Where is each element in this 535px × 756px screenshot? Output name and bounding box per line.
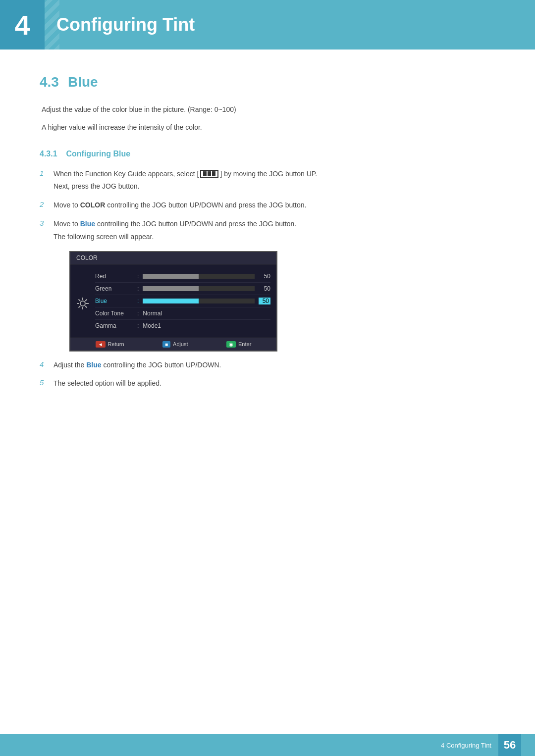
step-4: 4 Adjust the Blue controlling the JOG bu… — [40, 359, 495, 371]
chapter-title: Configuring Tint — [56, 14, 195, 35]
enter-label: Enter — [238, 341, 251, 347]
step-1: 1 When the Function Key Guide appears, s… — [40, 168, 495, 193]
monitor-body: Red : 50 Green : 50 — [70, 264, 276, 338]
step-number-2: 2 — [40, 200, 54, 208]
step-1-sub: Next, press the JOG button. — [54, 181, 495, 193]
row-value-blue: 50 — [259, 298, 270, 304]
bar1 — [203, 171, 207, 176]
footer-chapter-text: 4 Configuring Tint — [441, 742, 491, 749]
row-label-gamma: Gamma — [95, 322, 137, 329]
row-value-red: 50 — [259, 273, 270, 280]
body-paragraph-1: Adjust the value of the color blue in th… — [42, 104, 495, 116]
step-number-4: 4 — [40, 359, 54, 368]
row-label-colortone: Color Tone — [95, 310, 137, 317]
adjust-label: Adjust — [173, 341, 188, 347]
return-label: Return — [108, 341, 124, 347]
enter-icon: ◉ — [226, 341, 236, 348]
steps-list: 1 When the Function Key Guide appears, s… — [40, 168, 495, 243]
monitor-icon-col — [70, 270, 95, 332]
monitor-row-red: Red : 50 — [95, 270, 270, 283]
subsection-number: 4.3.1 — [40, 150, 57, 158]
bar2 — [208, 171, 211, 176]
monitor-footer: ◄ Return ■ Adjust ◉ Enter — [70, 338, 276, 351]
row-label-green: Green — [95, 285, 137, 292]
bar3 — [212, 171, 215, 176]
jog-icon — [200, 170, 218, 178]
monitor-row-colortone: Color Tone : Normal — [95, 307, 270, 320]
monitor-rows: Red : 50 Green : 50 — [95, 270, 276, 332]
bar-fill-red — [143, 274, 199, 279]
svg-line-8 — [79, 306, 81, 308]
row-value-colortone: Normal — [143, 310, 162, 317]
step-number-5: 5 — [40, 378, 54, 387]
monitor-screenshot: COLOR — [69, 251, 277, 352]
step-text-4: Adjust the Blue controlling the JOG butt… — [54, 359, 495, 371]
chapter-header: 4 Configuring Tint — [0, 0, 535, 50]
monitor-row-blue: Blue : 50 — [95, 295, 270, 307]
blue-keyword-4: Blue — [86, 361, 101, 369]
footer-btn-enter: ◉ Enter — [226, 341, 251, 348]
section-number: 4.3 — [40, 74, 59, 90]
monitor-row-gamma: Gamma : Mode1 — [95, 320, 270, 332]
svg-line-5 — [79, 299, 81, 301]
row-bar-red — [143, 274, 255, 279]
step-3: 3 Move to Blue controlling the JOG butto… — [40, 218, 495, 243]
svg-line-7 — [85, 299, 87, 301]
step-number-3: 3 — [40, 218, 54, 227]
row-value-green: 50 — [259, 285, 270, 292]
row-label-blue: Blue — [95, 298, 137, 304]
blue-keyword-3: Blue — [80, 220, 95, 228]
footer-btn-adjust: ■ Adjust — [162, 341, 188, 348]
step-text-5: The selected option will be applied. — [54, 378, 495, 390]
main-content: 4.3 Blue Adjust the value of the color b… — [0, 50, 535, 436]
step-3-sub: The following screen will appear. — [54, 231, 495, 243]
step-text-3: Move to Blue controlling the JOG button … — [54, 218, 495, 243]
monitor-titlebar: COLOR — [70, 252, 276, 264]
footer-btn-return: ◄ Return — [96, 341, 124, 348]
step-5: 5 The selected option will be applied. — [40, 378, 495, 390]
bar-fill-blue — [143, 299, 199, 303]
adjust-icon: ■ — [162, 341, 170, 348]
step-text-1: When the Function Key Guide appears, sel… — [54, 168, 495, 193]
body-paragraph-2: A higher value will increase the intensi… — [42, 122, 495, 134]
footer-page-number: 56 — [498, 734, 521, 756]
page-footer: 4 Configuring Tint 56 — [0, 734, 535, 756]
step-text-2: Move to COLOR controlling the JOG button… — [54, 200, 495, 211]
subsection-heading: 4.3.1 Configuring Blue — [40, 150, 495, 158]
row-bar-green — [143, 286, 255, 291]
subsection-title: Configuring Blue — [66, 150, 130, 158]
svg-point-0 — [80, 301, 85, 306]
return-icon: ◄ — [96, 341, 106, 348]
row-bar-blue — [143, 299, 255, 303]
row-value-gamma: Mode1 — [143, 322, 161, 329]
monitor-row-green: Green : 50 — [95, 283, 270, 295]
section-title: Blue — [68, 74, 98, 90]
chapter-number: 4 — [0, 0, 45, 50]
step-number-1: 1 — [40, 168, 54, 177]
step-2: 2 Move to COLOR controlling the JOG butt… — [40, 200, 495, 211]
settings-icon — [76, 297, 90, 310]
svg-line-6 — [85, 306, 87, 308]
steps-list-2: 4 Adjust the Blue controlling the JOG bu… — [40, 359, 495, 390]
section-heading: 4.3 Blue — [40, 74, 495, 90]
bar-fill-green — [143, 286, 199, 291]
row-label-red: Red — [95, 273, 137, 280]
color-keyword: COLOR — [80, 201, 106, 209]
